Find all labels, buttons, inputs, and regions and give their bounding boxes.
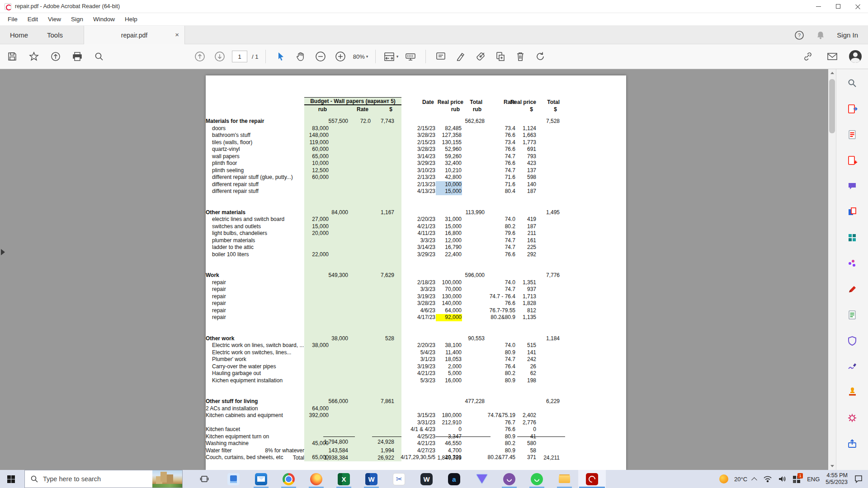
page-number-input[interactable]	[232, 51, 247, 62]
scroll-up-icon[interactable]	[828, 69, 836, 77]
hand-tool-icon[interactable]	[293, 47, 308, 66]
menu-help[interactable]: Help	[120, 14, 142, 24]
menu-view[interactable]: View	[43, 14, 66, 24]
wifi-icon[interactable]	[763, 475, 772, 483]
comment-icon[interactable]	[844, 178, 860, 194]
share-upload-icon[interactable]	[48, 47, 63, 66]
select-tool-icon[interactable]	[273, 47, 288, 66]
volume-icon[interactable]	[778, 475, 787, 483]
menu-edit[interactable]: Edit	[23, 14, 43, 24]
temperature-label[interactable]: 20°C	[734, 476, 747, 483]
menu-file[interactable]: File	[3, 14, 23, 24]
start-button[interactable]	[0, 470, 22, 488]
help-icon[interactable]: ?	[794, 30, 804, 40]
print-icon[interactable]	[70, 47, 85, 66]
chrome-app-icon[interactable]	[275, 470, 302, 488]
zoom-in-icon[interactable]	[333, 47, 348, 66]
share-file-icon[interactable]	[844, 436, 860, 451]
sign-pen-icon[interactable]	[473, 47, 488, 66]
menu-sign[interactable]: Sign	[66, 14, 88, 24]
zoom-out-icon[interactable]	[313, 47, 328, 66]
table-row: Electric work on lines, switch board, ..…	[206, 342, 567, 349]
item-label: Electric work on switches, lines...	[212, 349, 291, 357]
organize-pages-icon[interactable]	[844, 230, 860, 245]
vpn-app-icon[interactable]	[468, 470, 495, 488]
delete-trash-icon[interactable]	[513, 47, 528, 66]
language-indicator[interactable]: ENG	[807, 476, 820, 483]
navigation-pane-expand-icon[interactable]	[1, 249, 5, 255]
item-date: 3/29/23	[390, 160, 435, 167]
vertical-scrollbar[interactable]	[828, 69, 836, 470]
find-icon[interactable]	[91, 47, 107, 66]
firefox-app-icon[interactable]	[302, 470, 330, 488]
create-pdf-icon[interactable]	[844, 153, 860, 168]
task-view-icon[interactable]	[194, 470, 214, 488]
viber-app-icon[interactable]	[495, 470, 523, 488]
whatsapp-app-icon[interactable]	[523, 470, 551, 488]
tab-tools[interactable]: Tools	[47, 26, 63, 44]
compress-pdf-icon[interactable]	[844, 256, 860, 271]
maximize-button[interactable]	[828, 0, 848, 13]
close-button[interactable]	[848, 0, 868, 13]
export-pdf-icon[interactable]	[844, 101, 860, 117]
tray-overflow-icon[interactable]	[751, 477, 757, 483]
stamp-icon[interactable]	[844, 385, 860, 400]
item-budget-rub: 10,000	[279, 160, 329, 167]
item-date: 2/18/23	[390, 279, 435, 286]
save-icon[interactable]	[5, 47, 20, 66]
item-date: 2/15/23	[390, 125, 435, 132]
search-tools-icon[interactable]	[844, 75, 860, 91]
menu-window[interactable]: Window	[88, 14, 120, 24]
sign-in-button[interactable]: Sign In	[837, 31, 858, 39]
item-real-rub: 140,000	[436, 300, 462, 307]
scroll-down-icon[interactable]	[828, 462, 836, 470]
email-icon[interactable]	[825, 47, 840, 66]
acrobat-app-icon[interactable]	[578, 470, 606, 488]
user-avatar[interactable]	[849, 50, 862, 63]
read-mode-icon[interactable]	[403, 47, 418, 66]
fill-sign-icon[interactable]	[844, 359, 860, 374]
previous-page-icon[interactable]	[192, 47, 208, 66]
compress-gear-icon[interactable]	[844, 410, 860, 426]
minimize-button[interactable]	[808, 0, 828, 13]
tab-document[interactable]: repair.pdf ×	[84, 26, 185, 44]
combine-files-icon[interactable]	[844, 204, 860, 220]
rotate-icon[interactable]	[533, 47, 548, 66]
search-input[interactable]: Type here to search	[24, 470, 183, 488]
widgets-app-icon[interactable]	[220, 470, 247, 488]
snip-app-icon[interactable]: ✂	[385, 470, 413, 488]
search-box-image[interactable]	[152, 470, 182, 488]
windscribe-app-icon[interactable]: W	[413, 470, 440, 488]
highlighter-icon[interactable]	[453, 47, 468, 66]
close-tab-icon[interactable]: ×	[175, 30, 179, 39]
protect-icon[interactable]	[844, 333, 860, 348]
action-center-icon[interactable]	[854, 474, 863, 483]
item-date: 3/3/23	[390, 286, 435, 293]
mail-app-icon[interactable]	[247, 470, 275, 488]
word-app-icon[interactable]: W	[358, 470, 385, 488]
notification-badge-icon[interactable]: 1	[793, 475, 801, 483]
excel-app-icon[interactable]: X	[330, 470, 358, 488]
clock[interactable]: 4:55 PM 5/5/2023	[826, 472, 848, 486]
next-page-icon[interactable]	[212, 47, 227, 66]
edit-pdf-icon[interactable]	[844, 127, 860, 142]
add-comment-icon[interactable]	[433, 47, 448, 66]
link-icon[interactable]	[800, 47, 816, 66]
explorer-app-icon[interactable]	[551, 470, 578, 488]
screen: repair.pdf - Adobe Acrobat Reader (64-bi…	[0, 0, 868, 488]
star-favorite-icon[interactable]	[26, 47, 42, 66]
tab-home[interactable]: Home	[10, 26, 28, 44]
section-budget-rub: 557,500	[298, 118, 348, 125]
notification-bell-icon[interactable]	[816, 30, 825, 40]
copy-pages-icon[interactable]	[493, 47, 508, 66]
item-date: 3/1/23	[390, 356, 435, 363]
scrollbar-thumb[interactable]	[829, 79, 835, 133]
table-row: Materials for the repair557,50072.07,743…	[206, 118, 567, 125]
fit-width-icon[interactable]: ▾	[383, 47, 398, 66]
zoom-level-dropdown[interactable]: 80%▾	[353, 47, 368, 66]
media-app-icon[interactable]: a	[440, 470, 468, 488]
weather-icon[interactable]	[719, 474, 728, 483]
redact-icon[interactable]	[844, 282, 860, 297]
scan-ocr-icon[interactable]	[844, 307, 860, 323]
item-date: 3/28/23	[390, 300, 435, 307]
